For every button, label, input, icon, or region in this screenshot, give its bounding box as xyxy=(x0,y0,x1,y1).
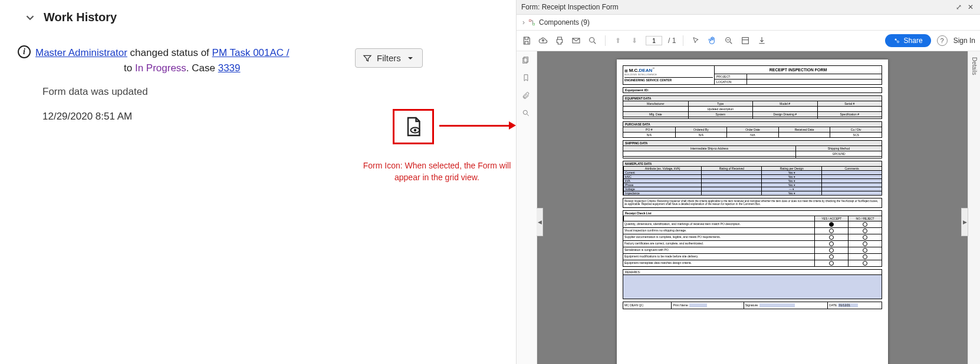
svg-point-5 xyxy=(590,38,594,42)
info-icon: i xyxy=(18,45,31,58)
collapse-right-icon[interactable]: ▶ xyxy=(961,208,968,236)
event-text: Master Administrator changed status of P… xyxy=(35,45,290,75)
form-logo: ▦ M.C.DEAN™ BUILDING INTELLIGENCE ENGINE… xyxy=(623,66,715,84)
bookmark-icon[interactable] xyxy=(522,74,531,83)
attachment-icon[interactable] xyxy=(522,91,531,101)
user-link[interactable]: Master Administrator xyxy=(35,47,127,58)
hand-icon[interactable] xyxy=(707,35,718,46)
svg-rect-7 xyxy=(742,38,749,44)
form-title: RECEIPT INSPECTION FORM xyxy=(715,66,882,74)
search-icon[interactable] xyxy=(587,35,598,46)
share-button[interactable]: Share xyxy=(885,34,931,47)
document-eye-icon xyxy=(403,116,424,137)
zoom-icon[interactable] xyxy=(724,35,734,46)
pdf-side-tools xyxy=(517,51,537,364)
components-row[interactable]: › Components (9) xyxy=(517,15,980,31)
svg-point-9 xyxy=(897,41,899,43)
components-label: Components (9) xyxy=(539,18,590,27)
form-page: ▦ M.C.DEAN™ BUILDING INTELLIGENCE ENGINE… xyxy=(617,59,888,364)
event-timestamp: 12/29/2020 8:51 AM xyxy=(42,111,504,123)
chevron-right-icon: › xyxy=(522,18,525,27)
pdf-toolbar: ⬆ ⬇ / 1 Share ? Sign In xyxy=(517,31,980,51)
close-icon[interactable]: ✕ xyxy=(966,2,975,12)
email-icon[interactable] xyxy=(571,35,581,46)
details-tab[interactable]: Details xyxy=(968,51,980,364)
event-subtext: Form data was updated xyxy=(42,86,504,98)
work-history-heading: Work History xyxy=(44,11,117,24)
expand-icon[interactable]: ⤢ xyxy=(954,2,963,12)
form-icon-caption: Form Icon: When selected, the Form will … xyxy=(351,160,522,183)
sign-in-link[interactable]: Sign In xyxy=(953,37,975,45)
page-input[interactable] xyxy=(646,36,662,45)
chevron-down-icon[interactable] xyxy=(24,11,37,24)
pdf-pane: Form: Receipt Inspection Form ⤢ ✕ › Comp… xyxy=(516,0,980,364)
filter-icon xyxy=(363,54,372,63)
work-history-pane: Work History Filters i Master Administra… xyxy=(0,0,516,364)
tree-icon xyxy=(528,19,535,26)
pages-icon[interactable] xyxy=(522,56,531,65)
page-up-icon[interactable]: ⬆ xyxy=(613,35,623,46)
pdf-document-area[interactable]: ▦ M.C.DEAN™ BUILDING INTELLIGENCE ENGINE… xyxy=(537,51,968,364)
filters-label: Filters xyxy=(377,53,401,63)
save-icon[interactable] xyxy=(521,35,532,46)
cloud-upload-icon[interactable] xyxy=(538,35,548,46)
criteria-text: Receipt Inspection Criteria: Receiving I… xyxy=(623,198,882,208)
fit-icon[interactable] xyxy=(740,35,751,46)
share-icon xyxy=(893,37,900,44)
pdf-titlebar: Form: Receipt Inspection Form ⤢ ✕ xyxy=(517,0,980,15)
download-icon[interactable] xyxy=(757,35,767,46)
collapse-left-icon[interactable]: ◀ xyxy=(537,208,543,236)
case-link[interactable]: 3339 xyxy=(218,62,241,74)
caret-down-icon xyxy=(406,54,415,63)
page-total: / 1 xyxy=(668,37,676,45)
filters-button[interactable]: Filters xyxy=(355,48,423,68)
svg-point-1 xyxy=(414,129,417,132)
task-link[interactable]: PM Task 001AC / xyxy=(212,47,290,58)
svg-rect-2 xyxy=(530,20,531,22)
svg-point-12 xyxy=(523,110,527,114)
page-down-icon[interactable]: ⬇ xyxy=(629,35,640,46)
form-icon-button[interactable] xyxy=(393,109,434,144)
print-icon[interactable] xyxy=(554,35,565,46)
find-icon[interactable] xyxy=(522,109,531,118)
pointer-icon[interactable] xyxy=(690,35,701,46)
status-value: In Progress xyxy=(135,62,186,74)
pdf-title: Form: Receipt Inspection Form xyxy=(521,3,952,11)
help-icon[interactable]: ? xyxy=(937,35,948,46)
annotation-arrow xyxy=(439,124,516,127)
